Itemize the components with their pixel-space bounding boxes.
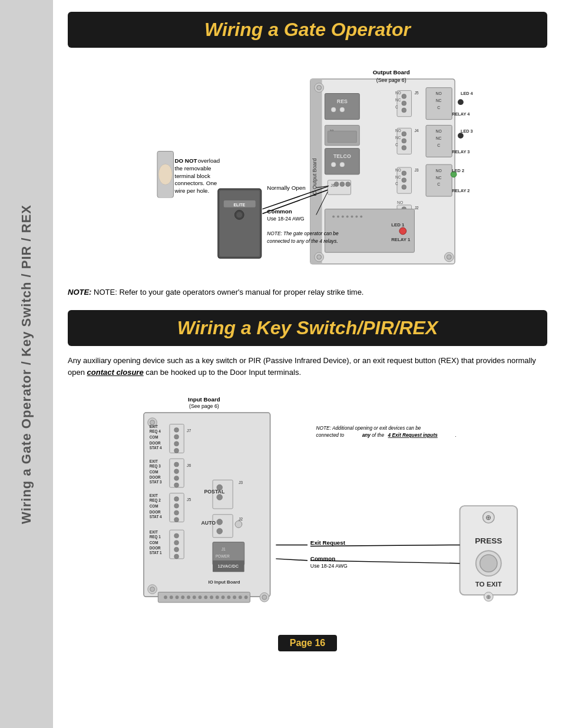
svg-point-44 bbox=[402, 131, 406, 136]
key-switch-diagram: Input Board (See page 6) bbox=[68, 391, 547, 627]
svg-point-130 bbox=[204, 595, 207, 599]
svg-text:connectors. One: connectors. One bbox=[174, 180, 217, 186]
svg-text:C: C bbox=[395, 105, 398, 109]
svg-text:EXIT: EXIT bbox=[150, 459, 158, 463]
svg-text:RES: RES bbox=[337, 98, 348, 104]
svg-text:J6: J6 bbox=[187, 463, 191, 467]
svg-point-135 bbox=[233, 595, 236, 599]
svg-text:C: C bbox=[395, 182, 398, 186]
svg-point-168 bbox=[174, 497, 179, 502]
svg-text:STAT 3: STAT 3 bbox=[150, 480, 162, 484]
svg-text:RELAY 3: RELAY 3 bbox=[452, 149, 470, 154]
svg-text:NC: NC bbox=[436, 176, 442, 180]
svg-line-204 bbox=[276, 559, 308, 561]
svg-point-78 bbox=[351, 215, 353, 218]
svg-point-137 bbox=[244, 595, 248, 599]
section1-note: NOTE: NOTE: Refer to your gate operators… bbox=[68, 286, 547, 298]
svg-rect-90 bbox=[325, 94, 359, 120]
svg-point-149 bbox=[174, 449, 179, 453]
svg-text:LED 1: LED 1 bbox=[391, 222, 405, 228]
svg-text:LED 4: LED 4 bbox=[461, 91, 474, 96]
svg-point-119 bbox=[150, 420, 155, 425]
svg-text:NC: NC bbox=[395, 175, 401, 179]
svg-point-76 bbox=[342, 215, 344, 218]
svg-point-61 bbox=[402, 185, 406, 189]
svg-point-85 bbox=[317, 85, 322, 90]
svg-text:NOTE: The gate operator can be: NOTE: The gate operator can be bbox=[267, 230, 339, 236]
svg-text:COM: COM bbox=[150, 541, 158, 545]
svg-point-132 bbox=[216, 595, 219, 599]
svg-point-123 bbox=[164, 595, 167, 599]
svg-text:TELCO: TELCO bbox=[333, 153, 351, 159]
svg-text:COM: COM bbox=[150, 504, 158, 508]
section1-header: Wiring a Gate Operator bbox=[68, 12, 547, 48]
page-badge: Page 16 bbox=[278, 635, 337, 651]
svg-point-192 bbox=[235, 521, 242, 528]
svg-text:NC: NC bbox=[436, 98, 442, 103]
sidebar: Wiring a Gate Operator / Key Switch / PI… bbox=[0, 0, 53, 728]
svg-text:NC: NC bbox=[395, 136, 401, 140]
svg-text:C: C bbox=[437, 182, 440, 186]
svg-point-179 bbox=[174, 533, 179, 538]
svg-text:Input Board: Input Board bbox=[188, 396, 220, 403]
svg-text:ELITE: ELITE bbox=[234, 203, 246, 207]
svg-point-121 bbox=[150, 587, 155, 592]
svg-text:DOOR: DOOR bbox=[150, 546, 161, 550]
svg-text:NC: NC bbox=[436, 136, 442, 140]
svg-text:COM: COM bbox=[150, 435, 158, 439]
svg-point-45 bbox=[402, 139, 406, 143]
svg-text:J7: J7 bbox=[187, 429, 191, 433]
svg-point-136 bbox=[239, 595, 242, 599]
svg-text:DOOR: DOOR bbox=[150, 475, 161, 479]
svg-text:LED 2: LED 2 bbox=[452, 168, 464, 173]
svg-text:J5: J5 bbox=[414, 91, 418, 95]
note-bold: NOTE: bbox=[68, 288, 91, 297]
svg-point-89 bbox=[447, 255, 451, 259]
svg-text:.: . bbox=[455, 432, 457, 438]
svg-point-158 bbox=[174, 469, 179, 474]
svg-point-190 bbox=[217, 528, 223, 534]
svg-point-105 bbox=[346, 182, 351, 187]
svg-text:Use 18-24 AWG: Use 18-24 AWG bbox=[267, 216, 304, 222]
svg-text:NO: NO bbox=[435, 91, 441, 95]
svg-text:terminal block: terminal block bbox=[174, 173, 210, 179]
svg-text:DOOR: DOOR bbox=[150, 441, 161, 445]
svg-point-159 bbox=[174, 476, 179, 480]
svg-text:J2: J2 bbox=[414, 206, 418, 210]
svg-rect-9 bbox=[158, 195, 173, 197]
svg-point-24 bbox=[458, 99, 464, 105]
svg-text:STAT 4: STAT 4 bbox=[150, 446, 162, 450]
svg-text:C: C bbox=[437, 143, 440, 147]
svg-point-30 bbox=[402, 101, 406, 106]
svg-text:of the: of the bbox=[372, 432, 384, 438]
svg-text:(See page 6): (See page 6) bbox=[189, 403, 219, 409]
svg-point-97 bbox=[340, 162, 345, 167]
svg-point-185 bbox=[217, 495, 223, 500]
svg-text:connected to: connected to bbox=[316, 432, 345, 438]
svg-point-127 bbox=[187, 595, 190, 599]
svg-text:any: any bbox=[362, 432, 371, 438]
svg-text:⊕: ⊕ bbox=[486, 594, 491, 600]
svg-point-31 bbox=[402, 108, 406, 113]
svg-point-182 bbox=[174, 554, 179, 559]
svg-point-75 bbox=[337, 215, 339, 218]
svg-text:REQ 4: REQ 4 bbox=[150, 429, 161, 434]
svg-text:C: C bbox=[395, 143, 398, 147]
gate-operator-diagram: DO NOT overload the removable terminal b… bbox=[68, 57, 547, 281]
svg-text:J3: J3 bbox=[239, 480, 243, 485]
svg-point-80 bbox=[360, 215, 362, 218]
svg-text:C: C bbox=[437, 106, 440, 110]
svg-text:12VAC/DC: 12VAC/DC bbox=[218, 564, 239, 569]
svg-text:EXIT: EXIT bbox=[150, 494, 158, 498]
svg-text:Use 18-24 AWG: Use 18-24 AWG bbox=[310, 564, 348, 569]
svg-text:POWER: POWER bbox=[216, 554, 230, 558]
svg-point-133 bbox=[222, 595, 225, 599]
svg-point-180 bbox=[174, 541, 179, 545]
svg-text:POSTAL: POSTAL bbox=[204, 489, 225, 495]
svg-text:wire per hole.: wire per hole. bbox=[174, 187, 209, 194]
svg-point-139 bbox=[262, 595, 267, 599]
svg-text:connected to any of the 4 rela: connected to any of the 4 relays. bbox=[267, 238, 338, 244]
svg-text:J4: J4 bbox=[414, 129, 418, 133]
svg-text:REQ 1: REQ 1 bbox=[150, 535, 161, 539]
svg-point-15 bbox=[236, 212, 242, 218]
